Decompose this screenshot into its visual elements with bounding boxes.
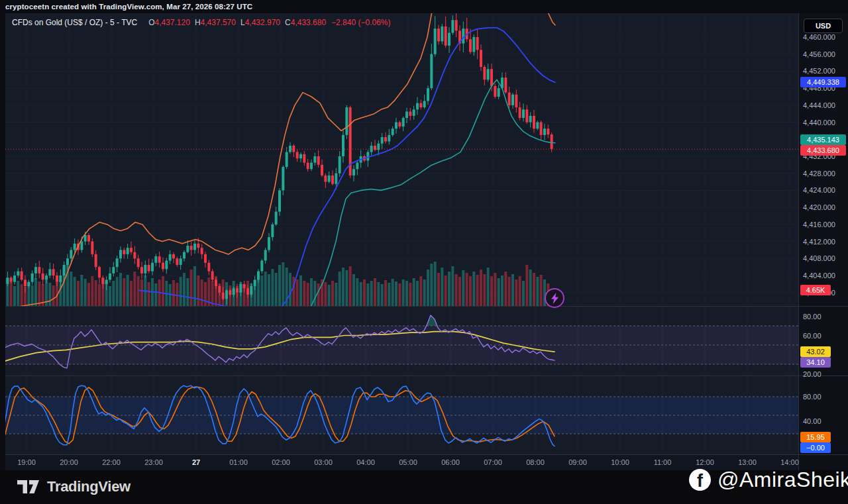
panel-separator-time-axis <box>5 454 848 455</box>
time-tick-label: 08:00 <box>519 454 551 470</box>
tradingview-mark-icon <box>17 478 41 495</box>
currency-button[interactable]: USD <box>804 19 843 33</box>
ohlc-key: O <box>148 18 154 27</box>
time-tick-label: 22:00 <box>95 454 127 470</box>
symbol-legend[interactable]: CFDs on Gold (US$ / OZ) - 5 - TVCO4,437.… <box>12 18 391 28</box>
rsi-tick-label: 20.00 <box>803 370 822 379</box>
bb-lower-price-badge: 4,435.143 <box>800 134 846 145</box>
facebook-icon: f <box>689 469 711 491</box>
price-tick-label: 4,408.000 <box>803 254 835 263</box>
time-tick-label: 05:00 <box>392 454 424 470</box>
social-handle: @AmiraSheikh <box>717 468 848 492</box>
tradingview-logo-text: TradingView <box>47 478 131 495</box>
volume-badge: 4.65K <box>800 285 831 295</box>
tradingview-chart-export: cryptoceetn created with TradingView.com… <box>0 0 848 504</box>
price-axis-separator <box>798 13 799 470</box>
time-tick-label: 06:00 <box>435 454 466 470</box>
lightning-icon <box>551 293 559 304</box>
ohlc-value: 4,437.120 <box>155 18 190 27</box>
ohlc-value: 4,437.570 <box>201 18 236 27</box>
instant-trading-button[interactable] <box>545 288 564 308</box>
price-tick-label: 4,452.000 <box>803 67 835 76</box>
time-tick-label: 11:00 <box>647 454 678 470</box>
time-tick-label: 07:00 <box>477 454 509 470</box>
bb-basis-price-badge: 4,449.338 <box>800 77 846 87</box>
time-tick-label: 27 <box>180 454 212 470</box>
ohlc-key: C <box>285 18 291 27</box>
stoch-k-badge: −0.00 <box>800 442 831 453</box>
ohlc-value: 4,433.680 <box>291 18 326 27</box>
price-tick-label: 4,416.000 <box>803 221 835 229</box>
time-tick-label: 19:00 <box>11 454 42 470</box>
price-tick-label: 4,404.000 <box>803 272 835 280</box>
time-tick-label: 10:00 <box>604 454 636 470</box>
change-value: −2.840 (−0.06%) <box>331 18 390 27</box>
rsi-ma-badge: 43.02 <box>800 346 831 357</box>
stoch-tick-label: 40.00 <box>803 417 822 426</box>
price-tick-label: 4,460.000 <box>803 33 835 42</box>
social-watermark: f @AmiraSheikh <box>689 466 848 493</box>
rsi-tick-label: 60.00 <box>803 332 822 340</box>
panel-separator-rsi-stoch[interactable] <box>5 376 848 376</box>
panel-separator-main-rsi[interactable] <box>5 306 848 307</box>
rsi-tick-label: 80.00 <box>803 313 822 321</box>
chart-canvas[interactable] <box>0 0 848 504</box>
rsi-badge: 34.10 <box>800 357 831 368</box>
price-tick-label: 4,424.000 <box>803 186 835 195</box>
last-price-badge: 4,433.680 <box>800 145 846 156</box>
time-tick-label: 01:00 <box>223 454 254 470</box>
ohlc-key: L <box>240 18 245 27</box>
time-tick-label: 20:00 <box>53 454 85 470</box>
time-tick-label: 04:00 <box>350 454 382 470</box>
ohlc-key: H <box>195 18 201 27</box>
time-tick-label: 02:00 <box>265 454 297 470</box>
stoch-tick-label: 80.00 <box>803 393 822 401</box>
time-tick-label: 03:00 <box>307 454 339 470</box>
tradingview-logo[interactable]: TradingView <box>17 476 131 497</box>
price-tick-label: 4,412.000 <box>803 238 835 246</box>
price-tick-label: 4,428.000 <box>803 170 835 178</box>
facebook-icon-letter: f <box>697 471 703 491</box>
stoch-d-badge: 15.95 <box>800 432 831 442</box>
price-tick-label: 4,444.000 <box>803 101 835 110</box>
price-tick-label: 4,440.000 <box>803 119 835 127</box>
price-tick-label: 4,420.000 <box>803 203 835 212</box>
symbol-title[interactable]: CFDs on Gold (US$ / OZ) - 5 - TVC <box>12 18 137 27</box>
time-tick-label: 23:00 <box>138 454 170 470</box>
ohlc-value: 4,432.970 <box>245 18 280 27</box>
ohlc-values: O4,437.120H4,437.570L4,432.970C4,433.680 <box>144 18 326 27</box>
price-tick-label: 4,456.000 <box>803 50 835 59</box>
time-tick-label: 09:00 <box>562 454 594 470</box>
